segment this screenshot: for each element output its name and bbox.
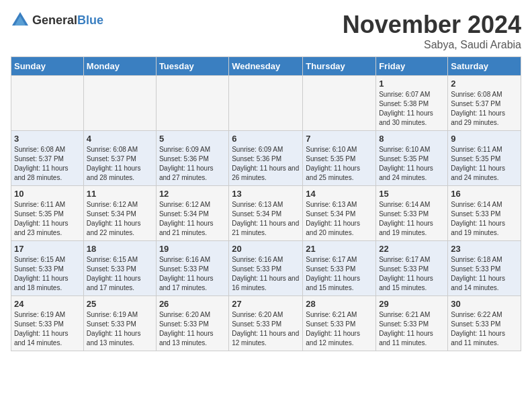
logo-icon xyxy=(11,11,30,30)
day-detail: Sunrise: 6:12 AM Sunset: 5:34 PM Dayligh… xyxy=(87,200,153,238)
day-detail: Sunrise: 6:10 AM Sunset: 5:35 PM Dayligh… xyxy=(379,145,445,183)
calendar-cell: 19Sunrise: 6:16 AM Sunset: 5:33 PM Dayli… xyxy=(156,241,228,296)
calendar-cell: 1Sunrise: 6:07 AM Sunset: 5:38 PM Daylig… xyxy=(376,76,448,131)
day-number: 24 xyxy=(14,299,81,309)
day-detail: Sunrise: 6:22 AM Sunset: 5:33 PM Dayligh… xyxy=(451,310,518,348)
day-detail: Sunrise: 6:08 AM Sunset: 5:37 PM Dayligh… xyxy=(451,90,518,128)
header-day-monday: Monday xyxy=(83,57,156,76)
calendar-cell: 24Sunrise: 6:19 AM Sunset: 5:33 PM Dayli… xyxy=(11,296,84,351)
day-number: 9 xyxy=(451,134,518,144)
calendar-week-3: 17Sunrise: 6:15 AM Sunset: 5:33 PM Dayli… xyxy=(11,241,521,296)
calendar-cell: 9Sunrise: 6:11 AM Sunset: 5:35 PM Daylig… xyxy=(448,131,521,186)
calendar-cell: 23Sunrise: 6:18 AM Sunset: 5:33 PM Dayli… xyxy=(448,241,521,296)
calendar-cell: 28Sunrise: 6:21 AM Sunset: 5:33 PM Dayli… xyxy=(303,296,376,351)
day-detail: Sunrise: 6:16 AM Sunset: 5:33 PM Dayligh… xyxy=(159,255,226,293)
header-day-sunday: Sunday xyxy=(11,57,84,76)
month-title: November 2024 xyxy=(343,11,521,39)
day-detail: Sunrise: 6:15 AM Sunset: 5:33 PM Dayligh… xyxy=(14,255,81,293)
day-detail: Sunrise: 6:11 AM Sunset: 5:35 PM Dayligh… xyxy=(451,145,518,183)
logo: GeneralBlue xyxy=(11,11,103,30)
logo-text-general: General xyxy=(32,13,77,27)
day-detail: Sunrise: 6:11 AM Sunset: 5:35 PM Dayligh… xyxy=(14,200,81,238)
day-detail: Sunrise: 6:15 AM Sunset: 5:33 PM Dayligh… xyxy=(87,255,153,293)
calendar-cell: 11Sunrise: 6:12 AM Sunset: 5:34 PM Dayli… xyxy=(83,186,156,241)
day-number: 22 xyxy=(379,244,445,254)
day-number: 20 xyxy=(232,244,300,254)
calendar-cell: 17Sunrise: 6:15 AM Sunset: 5:33 PM Dayli… xyxy=(11,241,84,296)
day-number: 1 xyxy=(379,79,445,89)
day-number: 5 xyxy=(159,134,226,144)
calendar-cell: 15Sunrise: 6:14 AM Sunset: 5:33 PM Dayli… xyxy=(376,186,448,241)
day-number: 3 xyxy=(14,134,81,144)
calendar-cell: 6Sunrise: 6:09 AM Sunset: 5:36 PM Daylig… xyxy=(229,131,303,186)
day-number: 23 xyxy=(451,244,518,254)
day-number: 25 xyxy=(87,299,153,309)
calendar-cell: 13Sunrise: 6:13 AM Sunset: 5:34 PM Dayli… xyxy=(229,186,303,241)
calendar-cell: 4Sunrise: 6:08 AM Sunset: 5:37 PM Daylig… xyxy=(83,131,156,186)
page-header: GeneralBlue November 2024 Sabya, Saudi A… xyxy=(11,11,521,51)
calendar-cell: 16Sunrise: 6:14 AM Sunset: 5:33 PM Dayli… xyxy=(448,186,521,241)
day-detail: Sunrise: 6:21 AM Sunset: 5:33 PM Dayligh… xyxy=(306,310,373,348)
day-number: 14 xyxy=(306,189,373,199)
calendar-cell: 25Sunrise: 6:19 AM Sunset: 5:33 PM Dayli… xyxy=(83,296,156,351)
calendar-cell: 20Sunrise: 6:16 AM Sunset: 5:33 PM Dayli… xyxy=(229,241,303,296)
calendar-cell: 14Sunrise: 6:13 AM Sunset: 5:34 PM Dayli… xyxy=(303,186,376,241)
calendar-cell xyxy=(156,76,228,131)
calendar-cell: 7Sunrise: 6:10 AM Sunset: 5:35 PM Daylig… xyxy=(303,131,376,186)
calendar-cell xyxy=(83,76,156,131)
day-detail: Sunrise: 6:07 AM Sunset: 5:38 PM Dayligh… xyxy=(379,90,445,128)
calendar-week-1: 3Sunrise: 6:08 AM Sunset: 5:37 PM Daylig… xyxy=(11,131,521,186)
day-detail: Sunrise: 6:09 AM Sunset: 5:36 PM Dayligh… xyxy=(232,145,300,183)
day-detail: Sunrise: 6:20 AM Sunset: 5:33 PM Dayligh… xyxy=(232,310,300,348)
day-detail: Sunrise: 6:14 AM Sunset: 5:33 PM Dayligh… xyxy=(379,200,445,238)
location-title: Sabya, Saudi Arabia xyxy=(343,39,521,51)
calendar-week-2: 10Sunrise: 6:11 AM Sunset: 5:35 PM Dayli… xyxy=(11,186,521,241)
day-number: 13 xyxy=(232,189,300,199)
day-number: 16 xyxy=(451,189,518,199)
day-detail: Sunrise: 6:13 AM Sunset: 5:34 PM Dayligh… xyxy=(306,200,373,238)
day-number: 15 xyxy=(379,189,445,199)
day-number: 7 xyxy=(306,134,373,144)
calendar-cell: 8Sunrise: 6:10 AM Sunset: 5:35 PM Daylig… xyxy=(376,131,448,186)
calendar-cell: 3Sunrise: 6:08 AM Sunset: 5:37 PM Daylig… xyxy=(11,131,84,186)
day-number: 17 xyxy=(14,244,81,254)
day-detail: Sunrise: 6:19 AM Sunset: 5:33 PM Dayligh… xyxy=(87,310,153,348)
day-detail: Sunrise: 6:18 AM Sunset: 5:33 PM Dayligh… xyxy=(451,255,518,293)
calendar-cell: 21Sunrise: 6:17 AM Sunset: 5:33 PM Dayli… xyxy=(303,241,376,296)
day-number: 30 xyxy=(451,299,518,309)
day-number: 29 xyxy=(379,299,445,309)
day-number: 18 xyxy=(87,244,153,254)
header-day-friday: Friday xyxy=(376,57,448,76)
day-number: 26 xyxy=(159,299,226,309)
calendar-table: SundayMondayTuesdayWednesdayThursdayFrid… xyxy=(11,56,521,351)
day-number: 10 xyxy=(14,189,81,199)
day-number: 27 xyxy=(232,299,300,309)
day-number: 21 xyxy=(306,244,373,254)
day-detail: Sunrise: 6:13 AM Sunset: 5:34 PM Dayligh… xyxy=(232,200,300,238)
day-detail: Sunrise: 6:14 AM Sunset: 5:33 PM Dayligh… xyxy=(451,200,518,238)
calendar-cell: 26Sunrise: 6:20 AM Sunset: 5:33 PM Dayli… xyxy=(156,296,228,351)
header-day-thursday: Thursday xyxy=(303,57,376,76)
day-number: 12 xyxy=(159,189,226,199)
day-detail: Sunrise: 6:08 AM Sunset: 5:37 PM Dayligh… xyxy=(14,145,81,183)
header-day-saturday: Saturday xyxy=(448,57,521,76)
day-detail: Sunrise: 6:08 AM Sunset: 5:37 PM Dayligh… xyxy=(87,145,153,183)
calendar-header-row: SundayMondayTuesdayWednesdayThursdayFrid… xyxy=(11,57,521,76)
day-detail: Sunrise: 6:12 AM Sunset: 5:34 PM Dayligh… xyxy=(159,200,226,238)
header-day-tuesday: Tuesday xyxy=(156,57,228,76)
logo-text-blue: Blue xyxy=(77,13,103,27)
calendar-cell: 29Sunrise: 6:21 AM Sunset: 5:33 PM Dayli… xyxy=(376,296,448,351)
day-detail: Sunrise: 6:16 AM Sunset: 5:33 PM Dayligh… xyxy=(232,255,300,293)
day-detail: Sunrise: 6:17 AM Sunset: 5:33 PM Dayligh… xyxy=(379,255,445,293)
day-number: 6 xyxy=(232,134,300,144)
title-area: November 2024 Sabya, Saudi Arabia xyxy=(343,11,521,51)
day-detail: Sunrise: 6:09 AM Sunset: 5:36 PM Dayligh… xyxy=(159,145,226,183)
calendar-cell xyxy=(11,76,84,131)
calendar-cell xyxy=(303,76,376,131)
calendar-cell: 30Sunrise: 6:22 AM Sunset: 5:33 PM Dayli… xyxy=(448,296,521,351)
calendar-cell: 22Sunrise: 6:17 AM Sunset: 5:33 PM Dayli… xyxy=(376,241,448,296)
day-detail: Sunrise: 6:19 AM Sunset: 5:33 PM Dayligh… xyxy=(14,310,81,348)
day-number: 19 xyxy=(159,244,226,254)
calendar-week-4: 24Sunrise: 6:19 AM Sunset: 5:33 PM Dayli… xyxy=(11,296,521,351)
day-number: 8 xyxy=(379,134,445,144)
